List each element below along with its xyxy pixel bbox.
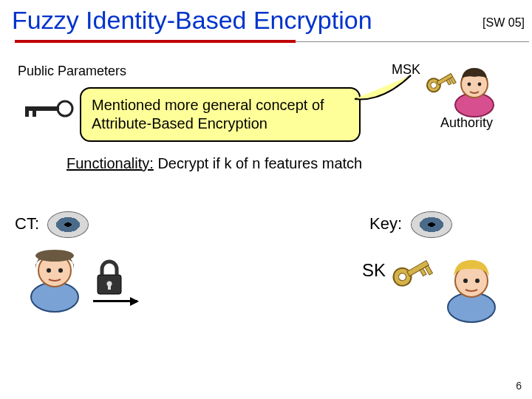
svg-point-0: [58, 101, 72, 116]
svg-point-28: [463, 279, 468, 283]
key-label: Key:: [369, 214, 402, 233]
biometric-eye-ct-icon: [47, 211, 89, 238]
functionality-underlined: Functionality:: [66, 155, 154, 171]
callout-text: Mentioned more general concept of Attrib…: [92, 97, 324, 132]
svg-rect-1: [25, 106, 59, 111]
functionality-line: Functionality: Decrypt if k of n feature…: [66, 155, 362, 172]
title-underline: [15, 40, 296, 43]
svg-point-12: [478, 83, 482, 86]
svg-rect-20: [108, 284, 111, 290]
svg-point-11: [468, 83, 471, 86]
ct-label: CT:: [15, 214, 39, 233]
key-icon: [22, 98, 74, 123]
svg-rect-3: [33, 111, 36, 117]
callout-box: Mentioned more general concept of Attrib…: [80, 87, 361, 142]
svg-rect-2: [25, 111, 29, 117]
slide-title: Fuzzy Identity-Based Encryption: [12, 6, 372, 34]
lock-icon: [93, 259, 126, 300]
sender-avatar-icon: [24, 244, 86, 316]
authority-avatar-icon: [451, 64, 498, 121]
citation: [SW 05]: [482, 16, 525, 30]
page-number: 6: [516, 380, 522, 392]
biometric-eye-key-icon: [411, 211, 452, 238]
svg-point-15: [35, 250, 74, 262]
svg-rect-24: [420, 268, 426, 276]
authority-label: Authority: [440, 115, 493, 131]
svg-point-17: [58, 268, 63, 273]
svg-point-16: [47, 268, 51, 273]
functionality-text: Decrypt if k of n features match: [154, 155, 362, 171]
title-underline-thin: [296, 41, 529, 42]
svg-point-29: [475, 279, 480, 283]
public-parameters-label: Public Parameters: [18, 64, 126, 79]
arrow-icon: [93, 300, 137, 302]
receiver-avatar-icon: [440, 254, 502, 327]
sk-label: SK: [362, 260, 386, 281]
